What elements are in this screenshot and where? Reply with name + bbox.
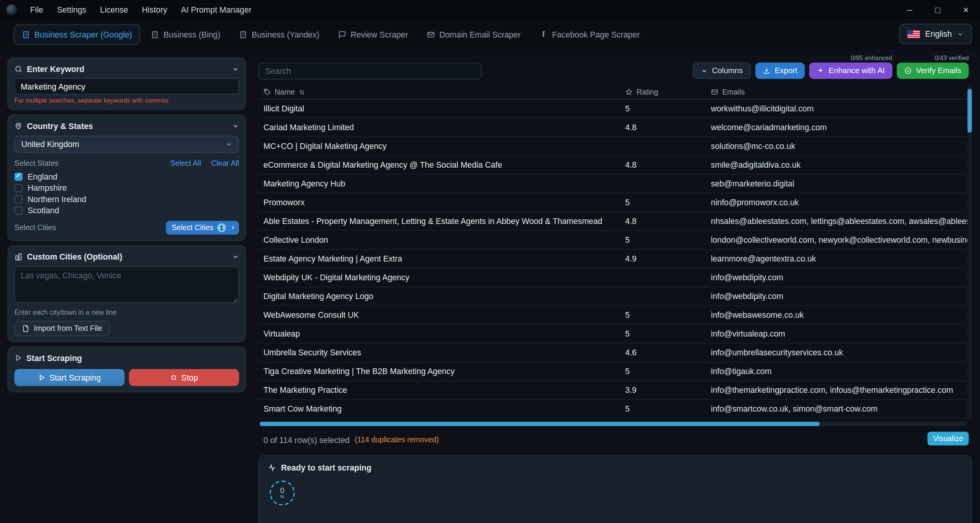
chevron-down-icon[interactable]: [232, 65, 239, 72]
tab[interactable]: Business (Bing): [143, 24, 229, 45]
cities-count-badge: 1: [217, 223, 226, 232]
window-controls: [895, 0, 980, 20]
cell-emails: seb@marketerio.digital: [711, 179, 967, 188]
language-selector[interactable]: English: [900, 24, 972, 44]
start-button-label: Start Scraping: [49, 373, 101, 382]
table-row[interactable]: Digital Marketing Agency Logo info@webdi…: [258, 287, 967, 306]
keyword-panel-title: Enter Keyword: [27, 64, 84, 74]
tab[interactable]: Domain Email Scraper: [419, 24, 529, 45]
visualize-button[interactable]: Visualize: [928, 432, 969, 446]
custom-cities-header[interactable]: Custom Cities (Optional): [15, 252, 239, 262]
column-header-emails[interactable]: Emails: [711, 88, 967, 96]
columns-button-label: Columns: [712, 66, 743, 75]
state-label: England: [28, 172, 57, 181]
stop-button[interactable]: Stop: [129, 369, 239, 386]
column-label: Emails: [722, 88, 745, 96]
cell-name: Cariad Marketing Limited: [258, 123, 625, 132]
import-button-label: Import from Text File: [34, 324, 102, 333]
tab[interactable]: Review Scraper: [330, 24, 416, 45]
location-panel-header[interactable]: Country & States: [15, 121, 239, 131]
state-label: Hampshire: [28, 183, 67, 193]
status-panel: Ready to start scraping 0 %: [258, 455, 972, 523]
cell-emails: info@webdipity.com: [711, 273, 967, 282]
menu-item[interactable]: License: [93, 0, 135, 20]
state-checkbox-row[interactable]: Northern Ireland: [15, 193, 239, 204]
tab-label: Business (Bing): [164, 30, 221, 39]
verify-emails-button[interactable]: Verify Emails: [897, 62, 969, 78]
column-header-rating[interactable]: Rating: [625, 88, 711, 96]
vertical-scrollbar-thumb[interactable]: [967, 89, 972, 132]
table-row[interactable]: Estate Agency Marketing | Agent Extra 4.…: [258, 250, 967, 268]
columns-button[interactable]: Columns: [692, 62, 751, 78]
menu-item[interactable]: File: [23, 0, 50, 20]
table-row[interactable]: Promoworx 5 ninfo@promoworx.co.uk: [258, 193, 967, 212]
cell-name: Illicit Digital: [258, 104, 625, 113]
results-table: Name Rating Emails: [258, 85, 967, 418]
tab[interactable]: Facebook Page Scraper: [532, 24, 648, 45]
column-header-name[interactable]: Name: [258, 88, 625, 96]
clear-all-link[interactable]: Clear All: [211, 159, 239, 168]
verify-button-label: Verify Emails: [916, 66, 961, 75]
enhance-button-label: Enhance with AI: [829, 66, 885, 75]
table-row[interactable]: Illicit Digital 5 workwithus@illicitdigi…: [258, 100, 967, 118]
horizontal-scrollbar[interactable]: [260, 422, 967, 426]
maximize-icon[interactable]: [924, 0, 952, 20]
table-row[interactable]: Collective London 5 london@collectivewor…: [258, 231, 967, 250]
download-icon: [763, 67, 771, 75]
keyword-panel-header[interactable]: Enter Keyword: [15, 64, 239, 74]
checkbox[interactable]: [15, 172, 23, 180]
state-checkbox-row[interactable]: Scotland: [15, 204, 239, 216]
table-row[interactable]: Webdipity UK - Digital Marketing Agency …: [258, 268, 967, 287]
checkbox[interactable]: [15, 206, 23, 214]
country-select[interactable]: United Kingdom: [15, 136, 239, 153]
chevron-down-icon[interactable]: [232, 122, 239, 129]
vertical-scrollbar[interactable]: [967, 85, 972, 418]
table-row[interactable]: WebAwesome Consult UK 5 info@webawesome.…: [258, 306, 967, 325]
city-buildings-icon: [15, 252, 23, 260]
cell-name: Collective London: [258, 235, 625, 245]
enhance-with-ai-button[interactable]: Enhance with AI: [809, 62, 892, 78]
cell-emails: info@themarketingpractice.com, infous@th…: [711, 386, 967, 395]
custom-cities-textarea[interactable]: [15, 266, 239, 303]
tab[interactable]: Business Scraper (Google): [14, 24, 140, 45]
checkbox[interactable]: [15, 195, 23, 203]
table-row[interactable]: Smart Cow Marketing 5 info@smartcow.co.u…: [258, 400, 967, 418]
state-checkbox-row[interactable]: Hampshire: [15, 182, 239, 193]
chevron-down-icon[interactable]: [232, 253, 239, 260]
facebook-icon: [540, 30, 548, 38]
import-from-file-button[interactable]: Import from Text File: [15, 321, 110, 336]
table-row[interactable]: Virtualeap 5 info@virtualeap.com: [258, 325, 967, 343]
location-panel-title: Country & States: [27, 121, 93, 131]
state-checkbox-row[interactable]: England: [15, 171, 239, 182]
cell-emails: nhsales@ableestates.com, lettings@ablees…: [711, 216, 967, 226]
select-all-link[interactable]: Select All: [170, 159, 201, 168]
cell-name: Digital Marketing Agency Logo: [258, 291, 625, 301]
table-row[interactable]: Marketing Agency Hub seb@marketerio.digi…: [258, 175, 967, 193]
search-input[interactable]: [258, 62, 482, 79]
select-cities-button[interactable]: Select Cities 1: [166, 221, 239, 235]
table-row[interactable]: Umbrella Security Services 4.6 info@umbr…: [258, 343, 967, 362]
table-row[interactable]: Tiga Creative Marketing | The B2B Market…: [258, 362, 967, 381]
table-row[interactable]: Cariad Marketing Limited 4.8 welcome@car…: [258, 118, 967, 137]
menu-item[interactable]: Settings: [50, 0, 93, 20]
status-message: Ready to start scraping: [281, 463, 371, 472]
horizontal-scrollbar-thumb[interactable]: [260, 422, 820, 426]
play-icon: [38, 374, 45, 381]
checkbox[interactable]: [15, 184, 23, 192]
minimize-icon[interactable]: [895, 0, 924, 20]
menu-item[interactable]: AI Prompt Manager: [174, 0, 258, 20]
menu-item[interactable]: History: [135, 0, 174, 20]
app-window: FileSettingsLicenseHistoryAI Prompt Mana…: [0, 0, 980, 523]
table-row[interactable]: Able Estates - Property Management, Lett…: [258, 212, 967, 231]
tab[interactable]: Business (Yandex): [231, 24, 327, 45]
close-icon[interactable]: [952, 0, 980, 20]
start-scraping-button[interactable]: Start Scraping: [15, 369, 125, 386]
table-row[interactable]: The Marketing Practice 3.9 info@themarke…: [258, 381, 967, 400]
table-row[interactable]: eCommerce & Digital Marketing Agency @ T…: [258, 156, 967, 175]
progress-circle: 0 %: [270, 481, 294, 505]
export-button[interactable]: Export: [755, 62, 805, 78]
table-row[interactable]: MC+CO | Digital Maketing Agency solution…: [258, 137, 967, 156]
sort-icon[interactable]: [298, 88, 305, 95]
keyword-input[interactable]: [15, 78, 239, 94]
cell-emails: info@webawesome.co.uk: [711, 311, 967, 320]
